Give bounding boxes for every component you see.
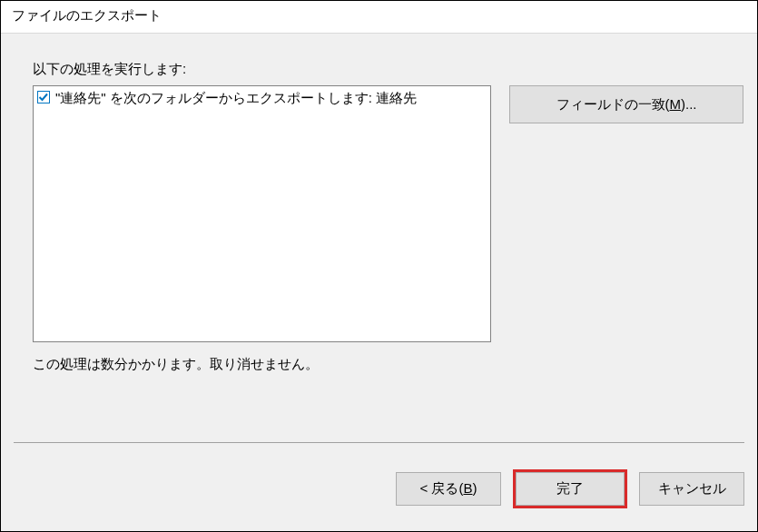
button-label-suffix: )... — [681, 96, 697, 112]
checkbox-icon[interactable] — [37, 91, 50, 103]
button-label-suffix: ) — [472, 480, 477, 496]
map-fields-button[interactable]: フィールドの一致(M)... — [509, 85, 743, 123]
finish-button[interactable]: 完了 — [516, 472, 625, 506]
list-item[interactable]: "連絡先" を次のフォルダーからエクスポートします: 連絡先 — [37, 89, 487, 107]
button-accel: M — [670, 96, 682, 112]
list-item-label: "連絡先" を次のフォルダーからエクスポートします: 連絡先 — [55, 89, 417, 107]
button-label-prefix: < 戻る( — [420, 480, 464, 496]
button-row: < 戻る(B) 完了 キャンセル — [1, 472, 757, 506]
button-label-prefix: フィールドの一致( — [556, 96, 670, 112]
actions-label: 以下の処理を実行します: — [33, 61, 186, 78]
dialog-content: 以下の処理を実行します: "連絡先" を次のフォルダーからエクスポートします: … — [1, 34, 757, 531]
separator — [14, 442, 744, 443]
dialog-title: ファイルのエクスポート — [1, 1, 757, 34]
actions-listbox[interactable]: "連絡先" を次のフォルダーからエクスポートします: 連絡先 — [33, 85, 491, 342]
back-button[interactable]: < 戻る(B) — [396, 472, 501, 506]
button-accel: B — [463, 480, 472, 496]
note-label: この処理は数分かかります。取り消せません。 — [33, 356, 319, 373]
cancel-button[interactable]: キャンセル — [639, 472, 744, 506]
